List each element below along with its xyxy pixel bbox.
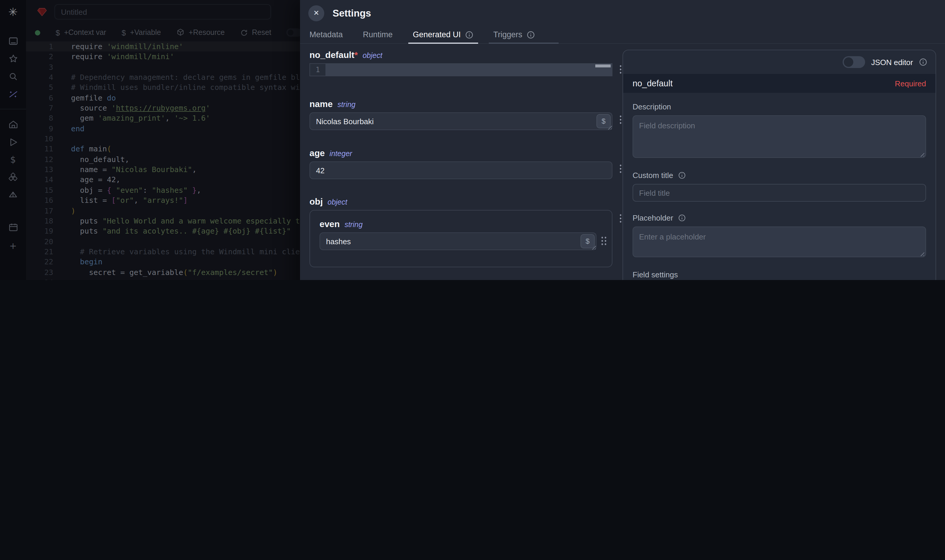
field-name: name — [310, 99, 333, 109]
field-settings-label: Field settings — [632, 270, 926, 279]
field-name: age — [310, 148, 325, 158]
field-name: even — [319, 219, 340, 229]
description-textarea[interactable] — [632, 115, 926, 158]
custom-title-input[interactable] — [632, 184, 926, 202]
drag-handle-icon[interactable] — [601, 236, 607, 246]
field-inspector-panel: JSON editor no_default Required Descript… — [623, 50, 936, 280]
close-icon[interactable]: ✕ — [308, 5, 324, 21]
tab-generated-ui[interactable]: Generated UI — [413, 26, 473, 43]
json-editor-toggle-row: JSON editor — [623, 50, 936, 74]
required-badge: Required — [895, 79, 926, 88]
field-type: object — [362, 51, 382, 60]
field-type: integer — [330, 149, 352, 158]
inspector-body: Description Custom title Placeholder — [623, 93, 936, 280]
info-icon — [526, 31, 535, 39]
info-icon — [919, 58, 927, 66]
field-age: age integer — [310, 148, 612, 179]
selected-field-row[interactable]: no_default Required — [623, 74, 936, 93]
insert-variable-button[interactable]: $ — [597, 114, 610, 128]
field-name: obj — [310, 196, 323, 206]
modal-backdrop[interactable] — [0, 0, 300, 280]
even-input[interactable] — [319, 232, 597, 250]
info-icon — [678, 214, 686, 222]
drawer-title: Settings — [333, 8, 371, 18]
name-input[interactable] — [310, 112, 612, 130]
settings-drawer: ✕ Settings Metadata Runtime Generated UI… — [300, 0, 945, 280]
tab-triggers[interactable]: Triggers — [493, 26, 535, 43]
field-type: string — [337, 100, 355, 109]
field-type: object — [328, 198, 347, 206]
tab-runtime[interactable]: Runtime — [363, 26, 393, 43]
field-name-string: name string $ — [310, 99, 612, 130]
field-type: string — [344, 221, 362, 229]
placeholder-textarea[interactable] — [632, 226, 926, 257]
app-root: ✳ $ + ⚙ — [0, 0, 945, 280]
field-no_default: no_default* object 1 — [310, 50, 612, 76]
field-name: no_default* — [310, 50, 358, 60]
placeholder-label: Placeholder — [632, 214, 926, 222]
description-label: Description — [632, 102, 926, 111]
info-icon — [678, 171, 686, 179]
field-obj: obj object even string $ — [310, 196, 612, 267]
json-editor-toggle[interactable] — [843, 56, 865, 68]
required-asterisk: * — [355, 50, 358, 60]
custom-title-label: Custom title — [632, 171, 926, 180]
json-editor-label: JSON editor — [871, 58, 913, 66]
object-subpanel: even string $ — [310, 210, 612, 267]
settings-tabs: Metadata Runtime Generated UI Triggers — [300, 26, 945, 44]
tab-metadata[interactable]: Metadata — [310, 26, 343, 43]
insert-variable-button[interactable]: $ — [581, 234, 595, 248]
age-input[interactable] — [310, 162, 612, 179]
info-icon — [465, 31, 473, 39]
generated-ui-form: no_default* object 1 name string — [310, 50, 612, 280]
json-value-editor[interactable]: 1 — [310, 63, 612, 76]
selected-field-name: no_default — [632, 78, 672, 88]
drawer-header: ✕ Settings — [300, 0, 945, 26]
scrollbar-thumb[interactable] — [595, 65, 610, 68]
gutter-line-number: 1 — [310, 64, 325, 76]
